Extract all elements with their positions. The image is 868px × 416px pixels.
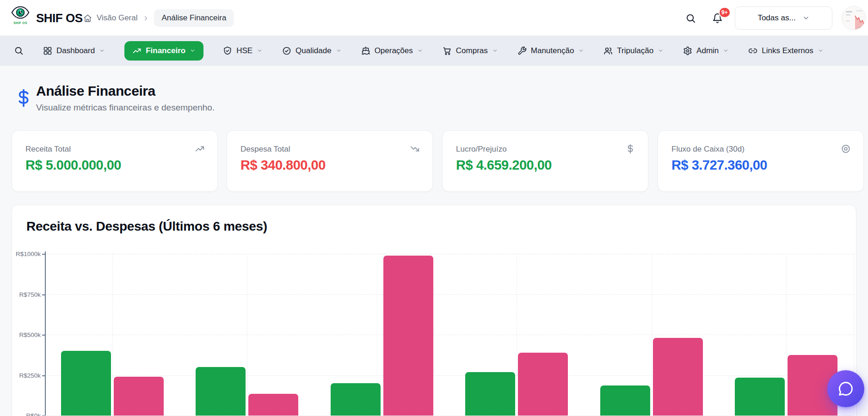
- chevron-down-icon: [257, 48, 263, 54]
- y-axis-tick-label: R$0k: [13, 412, 41, 416]
- stat-card-value: R$ 3.727.360,00: [671, 158, 767, 173]
- grid-line-vertical: [517, 254, 517, 416]
- users-icon: [603, 46, 613, 55]
- nav-item-compras[interactable]: Compras: [443, 46, 498, 55]
- bar-chart: R$1000kR$750kR$500kR$250kR$0k: [12, 205, 856, 416]
- chevron-down-icon: [723, 48, 729, 54]
- bar-despesas: [383, 256, 433, 416]
- chevron-down-icon: [336, 48, 342, 54]
- grid-line-vertical: [652, 254, 652, 416]
- eye-icon: [841, 144, 851, 154]
- gear-icon: [683, 46, 692, 55]
- check-circle-icon: [282, 46, 291, 55]
- search-icon: [685, 13, 696, 24]
- y-axis-tick-label: R$500k: [13, 331, 41, 338]
- breadcrumb: Visão Geral Análise Financeira: [83, 0, 234, 36]
- user-avatar[interactable]: [842, 6, 866, 30]
- filter-dropdown[interactable]: Todas as...: [735, 6, 832, 30]
- grid-line-horizontal: [45, 294, 854, 295]
- stat-card-label: Receita Total: [25, 145, 71, 154]
- trending-up-icon: [132, 46, 142, 55]
- filter-dropdown-value: Todas as...: [757, 13, 795, 23]
- brand-wordmark[interactable]: SHIF OS: [36, 11, 83, 25]
- bar-despesas: [518, 353, 568, 416]
- ship-icon: [361, 46, 370, 55]
- app-root: SHIF OS SHIF OS Visão Geral Análise Fina…: [0, 0, 868, 416]
- grid-line-horizontal: [45, 375, 854, 376]
- y-axis-tick-label: R$750k: [13, 291, 41, 298]
- stat-card-despesa-total: Despesa Total R$ 340.800,00: [227, 130, 433, 192]
- nav-item-dashboard[interactable]: Dashboard: [43, 46, 105, 55]
- nav-item-links-externos[interactable]: Links Externos: [748, 46, 824, 55]
- breadcrumb-item-visao-geral[interactable]: Visão Geral: [97, 13, 138, 23]
- bar-receita: [735, 378, 785, 416]
- bar-receita: [465, 372, 515, 416]
- bar-receita: [331, 383, 381, 416]
- stat-card-label: Despesa Total: [240, 145, 290, 154]
- stat-card-label: Lucro/Prejuízo: [456, 145, 507, 154]
- stat-card-lucro-prejuizo: Lucro/Prejuízo R$ 4.659.200,00: [442, 130, 648, 192]
- chat-fab-button[interactable]: [827, 370, 864, 407]
- stat-card-value: R$ 340.800,00: [240, 158, 326, 173]
- logo-caption: SHIF OS: [10, 21, 31, 24]
- nav-item-tripulacao[interactable]: Tripulação: [603, 46, 664, 55]
- grid-icon: [43, 46, 52, 55]
- grid-line-vertical: [786, 254, 787, 416]
- bar-receita: [61, 351, 111, 416]
- grid-line-vertical: [382, 254, 382, 416]
- stat-card-value: R$ 4.659.200,00: [456, 158, 552, 173]
- shield-check-icon: [223, 46, 232, 55]
- notification-count-badge: 9+: [719, 7, 731, 18]
- nav-item-admin[interactable]: Admin: [683, 46, 729, 55]
- chevron-right-icon: [142, 15, 149, 22]
- top-header: SHIF OS SHIF OS Visão Geral Análise Fina…: [0, 0, 868, 36]
- nav-item-hse[interactable]: HSE: [223, 46, 263, 55]
- chart-card: Receita vs. Despesas (Últimos 6 meses) R…: [12, 205, 856, 416]
- stat-card-fluxo-de-caixa: Fluxo de Caixa (30d) R$ 3.727.360,00: [658, 130, 864, 192]
- page-title: Análise Financeira: [36, 83, 155, 99]
- trending-up-icon: [195, 144, 205, 154]
- main-navbar: Dashboard Financeiro HSE Qualidade O: [0, 36, 868, 66]
- bar-despesas: [653, 338, 703, 416]
- chevron-down-icon: [658, 48, 664, 54]
- stat-card-receita-total: Receita Total R$ 5.000.000,00: [12, 130, 218, 192]
- grid-line-horizontal: [45, 335, 854, 335]
- chevron-down-icon: [578, 48, 584, 54]
- y-axis-line: [45, 251, 46, 416]
- avatar-image: [842, 6, 866, 30]
- y-axis-tick-label: R$1000k: [13, 251, 41, 257]
- trending-down-icon: [410, 144, 420, 154]
- nav-item-qualidade[interactable]: Qualidade: [282, 46, 342, 55]
- dollar-sign-icon: [625, 144, 635, 154]
- chevron-down-icon: [802, 14, 810, 22]
- home-icon[interactable]: [83, 14, 92, 23]
- chevron-down-icon: [417, 48, 423, 54]
- grid-line-vertical: [247, 254, 247, 416]
- grid-line-horizontal: [45, 254, 854, 254]
- app-logo[interactable]: SHIF OS: [10, 5, 31, 31]
- link-icon: [748, 46, 757, 55]
- stat-card-label: Fluxo de Caixa (30d): [671, 145, 745, 154]
- grid-line-vertical: [112, 254, 113, 416]
- breadcrumb-item-current: Análise Financeira: [154, 9, 234, 27]
- search-button[interactable]: [685, 13, 696, 24]
- bar-despesas: [114, 377, 164, 416]
- bar-receita: [600, 385, 650, 416]
- chevron-down-icon: [190, 48, 196, 54]
- nav-item-operacoes[interactable]: Operações: [361, 46, 423, 55]
- nav-item-manutencao[interactable]: Manutenção: [517, 46, 585, 55]
- nav-items: Dashboard Financeiro HSE Qualidade O: [43, 41, 824, 61]
- page-subtitle: Visualize métricas financeiras e desempe…: [36, 103, 215, 113]
- eye-logo-icon: [11, 5, 30, 20]
- dollar-sign-icon: [14, 86, 33, 110]
- shopping-cart-icon: [443, 46, 452, 55]
- search-icon: [14, 46, 24, 55]
- nav-item-financeiro[interactable]: Financeiro: [124, 41, 203, 61]
- notifications-button[interactable]: 9+: [712, 13, 723, 24]
- chevron-down-icon: [99, 48, 105, 54]
- chevron-down-icon: [492, 48, 498, 54]
- nav-search-button[interactable]: [14, 46, 24, 55]
- wrench-icon: [517, 46, 527, 55]
- chevron-down-icon: [818, 48, 824, 54]
- bar-receita: [196, 367, 246, 416]
